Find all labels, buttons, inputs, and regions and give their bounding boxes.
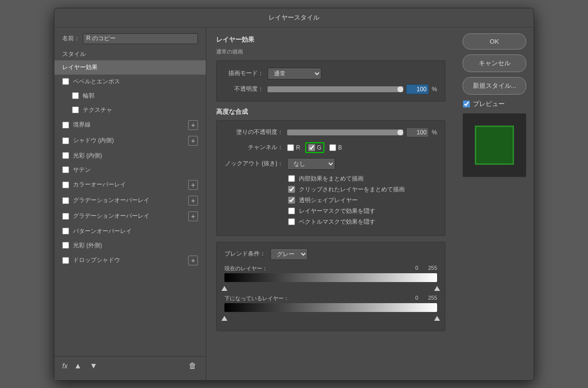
sidebar-item-label: 光彩 (内側) — [73, 152, 198, 160]
opacity-input[interactable] — [406, 84, 429, 94]
bottom-toolbar: fx ▲ ▼ 🗑 — [54, 356, 206, 375]
current-layer-gradient — [224, 273, 437, 282]
sidebar-item-satin[interactable]: サテン — [54, 163, 206, 177]
current-layer-label: 現在のレイヤー： — [224, 265, 268, 272]
sidebar-plus-border[interactable]: + — [188, 120, 198, 130]
sidebar-item-layer-effect[interactable]: レイヤー効果 — [54, 60, 206, 75]
sidebar-item-label: レイヤー効果 — [62, 63, 198, 72]
blend-interior-checkbox[interactable] — [288, 175, 295, 182]
fill-opacity-row: 塗りの不透明度： % — [224, 128, 437, 137]
layer-mask-label: レイヤーマスクで効果を隠す — [299, 207, 375, 215]
sidebar-checkbox-gradient-overlay1[interactable] — [62, 197, 69, 204]
below-layer-sliders — [224, 313, 437, 321]
sidebar-item-label: シャドウ (内側) — [73, 136, 188, 145]
sidebar-plus-color-overlay[interactable]: + — [188, 180, 198, 190]
name-input[interactable] — [83, 33, 198, 44]
opacity-pct-label: % — [432, 86, 437, 93]
channel-r-group: R — [287, 144, 300, 151]
current-layer-left-thumb[interactable] — [221, 286, 227, 291]
sidebar-item-label: 光彩 (外側) — [73, 241, 198, 250]
move-down-button[interactable]: ▼ — [88, 361, 99, 371]
sidebar-item-texture[interactable]: テクスチャ — [54, 103, 206, 117]
dialog-body: 名前： スタイル レイヤー効果 ベベルとエンボス 輪郭 — [54, 27, 534, 380]
blend-mode-label: 描画モード： — [224, 69, 264, 78]
vector-mask-label: ベクトルマスクで効果を隠す — [299, 218, 375, 226]
sidebar-plus-gradient-overlay1[interactable]: + — [188, 196, 198, 206]
advanced-blend-section: 塗りの不透明度： % チャンネル： R — [216, 120, 445, 236]
style-heading: スタイル — [54, 48, 206, 60]
opacity-slider-container: % — [268, 84, 437, 94]
cancel-button[interactable]: キャンセル — [463, 54, 526, 72]
channel-b-checkbox[interactable] — [329, 144, 336, 151]
move-up-button[interactable]: ▲ — [73, 361, 83, 371]
channel-g-label: G — [317, 144, 321, 151]
sidebar-plus-drop-shadow[interactable]: + — [188, 256, 198, 265]
sidebar-checkbox-outline[interactable] — [72, 92, 79, 99]
vector-mask-checkbox[interactable] — [288, 218, 295, 225]
blend-clipped-checkbox[interactable] — [288, 186, 295, 193]
blend-cond-header: ブレンド条件： グレー 赤 緑 青 — [224, 248, 437, 260]
ok-button[interactable]: OK — [463, 33, 526, 50]
sidebar-item-color-overlay[interactable]: カラーオーバーレイ + — [54, 177, 206, 193]
blend-interior-row: 内部効果をまとめて描画 — [288, 175, 437, 183]
blend-mode-select[interactable]: 通常 乗算 スクリーン — [268, 68, 321, 79]
knockout-select[interactable]: なし シャロー ディープ — [287, 158, 335, 170]
fill-opacity-slider-container: % — [287, 128, 437, 137]
layer-style-dialog: レイヤースタイル 名前： スタイル レイヤー効果 ベベルとエンボス — [54, 8, 534, 381]
layer-mask-checkbox[interactable] — [288, 207, 295, 214]
sidebar-item-label: グラデーションオーバーレイ — [73, 212, 188, 220]
sidebar-checkbox-texture[interactable] — [72, 106, 79, 113]
sidebar-checkbox-bevel-emboss[interactable] — [62, 78, 69, 85]
channel-r-checkbox[interactable] — [287, 144, 294, 151]
blend-condition-section: ブレンド条件： グレー 赤 緑 青 現在のレイヤー： 0 255 — [216, 242, 445, 331]
sidebar-item-inner-glow[interactable]: 光彩 (内側) — [54, 149, 206, 163]
sidebar-item-inner-shadow[interactable]: シャドウ (内側) + — [54, 133, 206, 149]
sidebar-item-pattern-overlay[interactable]: パターンオーバーレイ — [54, 224, 206, 238]
below-layer-right-thumb[interactable] — [434, 316, 440, 321]
below-layer-left-thumb[interactable] — [221, 316, 227, 321]
delete-button[interactable]: 🗑 — [187, 361, 198, 371]
below-layer-min: 0 — [416, 295, 418, 302]
sidebar-checkbox-outer-glow[interactable] — [62, 242, 69, 249]
sidebar-item-outer-glow[interactable]: 光彩 (外側) — [54, 238, 206, 253]
new-style-button[interactable]: 新規スタイル... — [463, 77, 526, 95]
blend-mode-row: 描画モード： 通常 乗算 スクリーン — [224, 68, 437, 79]
below-layer-labels: 下になっているレイヤー： 0 255 — [224, 295, 437, 302]
below-layer-container: 下になっているレイヤー： 0 255 — [224, 295, 437, 321]
sidebar-checkbox-border[interactable] — [62, 122, 69, 129]
fill-opacity-pct: % — [432, 129, 437, 136]
sidebar-plus-inner-shadow[interactable]: + — [188, 136, 198, 146]
style-list: レイヤー効果 ベベルとエンボス 輪郭 テクスチャ — [54, 60, 206, 356]
fill-opacity-input[interactable] — [406, 128, 429, 137]
sidebar-item-gradient-overlay2[interactable]: グラデーションオーバーレイ + — [54, 208, 206, 224]
sidebar-checkbox-inner-glow[interactable] — [62, 152, 69, 159]
transparent-shape-checkbox[interactable] — [288, 197, 295, 204]
opacity-slider[interactable] — [268, 86, 403, 92]
sidebar-checkbox-drop-shadow[interactable] — [62, 257, 69, 264]
sidebar-item-drop-shadow[interactable]: ドロップシャドウ + — [54, 253, 206, 268]
sidebar-item-label: 境界線 — [73, 121, 188, 129]
blend-cond-select[interactable]: グレー 赤 緑 青 — [270, 248, 308, 260]
preview-checkbox[interactable] — [463, 101, 470, 107]
sidebar-plus-gradient-overlay2[interactable]: + — [188, 211, 198, 221]
channel-b-group: B — [329, 144, 342, 151]
channel-label: チャンネル： — [224, 143, 283, 152]
current-layer-max: 255 — [428, 265, 437, 272]
left-panel: 名前： スタイル レイヤー効果 ベベルとエンボス 輪郭 — [54, 27, 206, 380]
sidebar-checkbox-satin[interactable] — [62, 166, 69, 173]
sidebar-item-border[interactable]: 境界線 + — [54, 117, 206, 133]
channel-g-checkbox[interactable] — [308, 144, 315, 151]
sidebar-item-label: パターンオーバーレイ — [73, 227, 198, 235]
sidebar-checkbox-color-overlay[interactable] — [62, 181, 69, 188]
sidebar-item-bevel-emboss[interactable]: ベベルとエンボス — [54, 75, 206, 89]
sidebar-item-gradient-overlay1[interactable]: グラデーションオーバーレイ + — [54, 193, 206, 208]
fill-opacity-slider[interactable] — [287, 129, 403, 135]
sidebar-checkbox-pattern-overlay[interactable] — [62, 228, 69, 234]
main-panel: レイヤー効果 通常の描画 描画モード： 通常 乗算 スクリーン 不透明度： — [206, 27, 455, 380]
sidebar-item-label: サテン — [73, 166, 198, 174]
opacity-label: 不透明度： — [224, 85, 264, 93]
sidebar-checkbox-inner-shadow[interactable] — [62, 137, 69, 144]
sidebar-checkbox-gradient-overlay2[interactable] — [62, 213, 69, 220]
current-layer-right-thumb[interactable] — [434, 286, 440, 291]
sidebar-item-outline[interactable]: 輪郭 — [54, 89, 206, 103]
